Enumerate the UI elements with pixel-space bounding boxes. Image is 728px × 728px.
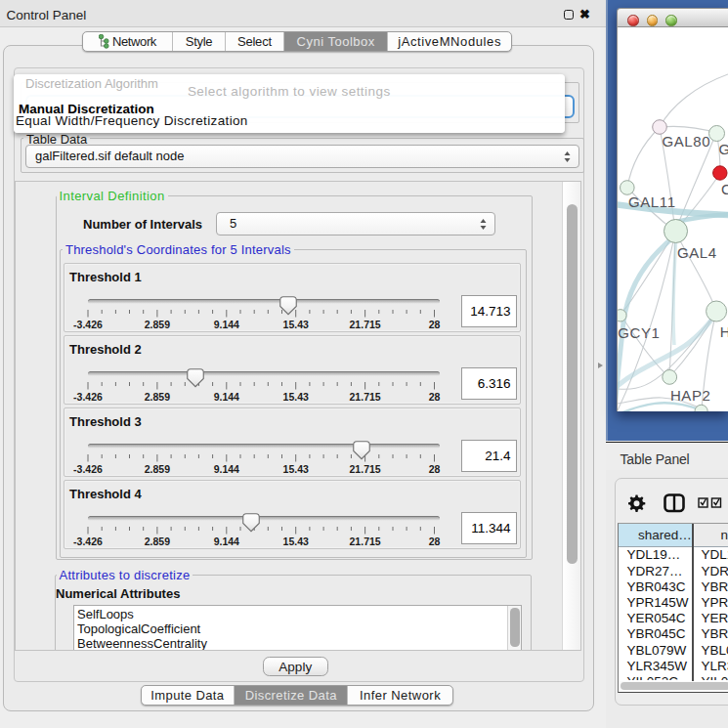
svg-text:C: C (721, 181, 728, 197)
svg-text:GAL80: GAL80 (663, 133, 711, 150)
svg-text:H: H (720, 323, 728, 340)
svg-text:GCY1: GCY1 (618, 323, 660, 340)
svg-text:G.: G. (719, 141, 728, 157)
svg-text:GAL11: GAL11 (628, 193, 676, 210)
svg-text:GAL4: GAL4 (677, 244, 717, 261)
svg-text:HAP2: HAP2 (670, 386, 711, 403)
